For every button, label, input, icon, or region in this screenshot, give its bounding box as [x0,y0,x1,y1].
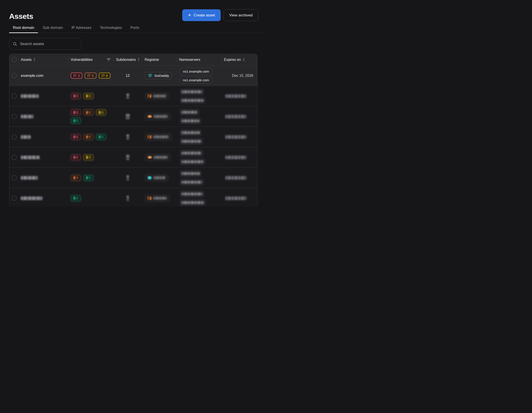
nameserver-chip-redacted [180,158,205,165]
vulnerability-badge-redacted-high [83,134,94,140]
row-select-cell [9,65,18,86]
vulnerabilities-cell [68,86,113,106]
nameservers-cell [176,86,221,106]
flag-icon [102,74,105,77]
column-header-nameservers: Nameservers [176,54,221,65]
vulnerabilities-cell [68,106,113,127]
table-header: AssetsVulnerabilitiesSubdomainsRegistrar… [9,54,257,65]
nameserver-chip-redacted [180,88,204,95]
table-row[interactable]: example.com35812GoDaddyns1.example.comns… [9,65,257,86]
row-checkbox[interactable] [12,196,17,201]
nameserver-chip-redacted [180,170,202,177]
nameserver-redacted-text [181,160,203,163]
registrar-name-redacted [153,176,166,179]
sort-icon[interactable] [138,58,140,61]
nameserver-redacted-text [181,152,201,155]
registrar-cell: GoDaddy [142,65,176,86]
redacted-block [73,176,75,179]
vulnerability-badge-redacted-medium [83,154,94,161]
row-checkbox[interactable] [12,114,17,119]
expires-cell: Dec 15, 2026 [221,65,257,86]
table-row[interactable] [9,106,257,127]
expires-cell [221,106,257,127]
tab-root-domain[interactable]: Root domain [9,26,38,33]
nameserver-redacted-text [181,119,199,122]
redacted-block [76,156,78,159]
sort-icon[interactable] [243,58,245,61]
view-archived-button[interactable]: View archived [224,9,258,21]
registrar-name-redacted [153,136,169,138]
nameserver-chip: ns1.example.com [180,68,212,75]
row-checkbox[interactable] [12,94,17,98]
redacted-block [76,95,78,98]
table-row[interactable] [9,188,257,206]
tab-ports[interactable]: Ports [127,26,143,33]
row-checkbox[interactable] [12,155,17,160]
row-checkbox[interactable] [12,135,17,139]
header-actions: + Create asset View archived [182,9,258,21]
nameserver-chip-redacted [180,138,204,145]
registrar-chip: GoDaddy [145,72,172,79]
sort-icon[interactable] [33,58,36,61]
nameservers-cell [176,127,221,147]
vulnerabilities-cell [68,168,113,188]
redacted-block [89,111,91,114]
table-row[interactable] [9,147,257,167]
tab-technologies[interactable]: Technologies [96,26,126,33]
registrar-name: GoDaddy [154,74,169,78]
tab-ip-adresses[interactable]: IP Adresses [67,26,95,33]
vulnerability-badge-redacted-low [96,134,106,140]
registrar-chip-redacted [145,154,171,161]
expires-cell [221,168,257,188]
expires-cell [221,147,257,167]
search-box[interactable] [9,38,81,50]
redacted-block [76,136,78,138]
asset-cell [18,188,68,206]
filter-icon[interactable] [107,58,111,61]
nameserver-chip-redacted [180,199,206,206]
table-row[interactable] [9,167,257,188]
select-all-checkbox[interactable] [12,57,17,62]
asset-cell [18,86,68,106]
nameserver-chip-redacted [180,97,206,104]
subdomains-cell [113,86,142,106]
vulnerabilities-cell [68,147,113,167]
subdomains-count: 12 [125,73,130,78]
subdomains-count-redacted [126,114,130,119]
subdomains-count-redacted [126,134,129,140]
redacted-block [89,176,91,179]
flag-icon [73,74,76,77]
vulnerability-badge-redacted-low [71,118,81,124]
expires-date-redacted [225,115,246,118]
row-checkbox[interactable] [12,175,17,180]
asset-name-redacted [21,196,42,200]
nameservers-cell [176,168,221,188]
redacted-block [86,95,88,98]
subdomains-count-redacted [127,175,129,181]
nameserver-chip-redacted [180,149,204,157]
nameserver-chip: ns1.example.com [180,76,212,84]
subdomains-cell [113,106,142,127]
registrar-name-redacted [154,156,168,159]
expires-cell [221,86,257,106]
nameserver-redacted-text [181,140,201,143]
registrar-chip-redacted [145,174,169,182]
vulnerability-count: 3 [78,74,80,77]
create-asset-button[interactable]: + Create asset [182,9,221,21]
nameserver-chip-redacted [180,129,202,136]
asset-cell [18,147,68,167]
vulnerability-badge-redacted-critical [71,134,81,140]
table-row[interactable] [9,127,257,147]
tabs: Root domainSub domainIP AdressesTechnolo… [9,26,262,33]
table-row[interactable] [9,86,257,106]
tab-sub-domain[interactable]: Sub domain [39,26,67,33]
row-select-cell [9,188,18,206]
nameserver-chip-redacted [180,190,204,198]
expires-cell [221,188,257,206]
row-select-cell [9,86,18,106]
search-input[interactable] [19,42,77,46]
row-select-cell [9,106,18,127]
row-checkbox[interactable] [12,73,17,78]
registrar-cell [142,168,176,188]
redacted-block [76,111,78,114]
